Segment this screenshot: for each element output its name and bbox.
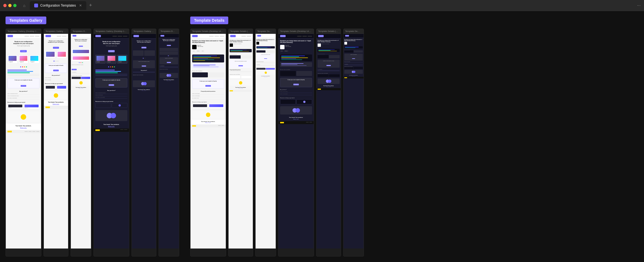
gallery-thumbnail-desktop-light[interactable]: Templates Gallery (Desktop 1440px – Ligh…	[6, 29, 41, 256]
browser-chrome: ⌂ Configuration Templates ✕ + ···	[0, 0, 644, 11]
gallery-thumbnail-small-dark[interactable]: Templates D... Ready-to-use configuratio…	[159, 29, 179, 256]
thumbnail-body: Ready-to-use configurationfiles for your…	[71, 34, 91, 249]
gallery-thumbnails-row: Templates Gallery (Desktop 1440px – Ligh…	[6, 29, 179, 256]
browser-menu-button[interactable]: ···	[637, 3, 641, 8]
fullscreen-button[interactable]	[13, 4, 17, 7]
thumbnail-label: Templates Gallery (Tablet...	[132, 29, 156, 34]
thumbnail-body: Distribute your design tokens and assets…	[256, 34, 276, 249]
thumbnail-body: Distribute your design tokens and assets…	[229, 34, 253, 249]
thumbnail-label: Template Details (Desktop 1440px – Light…	[190, 29, 226, 34]
details-thumbnail-desktop-dark[interactable]: Template Details (Desktop 1440px – Dark)…	[278, 29, 314, 256]
thumbnail-body: Ready-to-use configurationfiles for your…	[94, 34, 129, 249]
thumbnail-label: Template Details (Tablet...	[316, 29, 341, 34]
thumbnail-label: Template Details (Tablet...	[229, 29, 253, 34]
templates-gallery-section: Templates Gallery Templates Gallery (Des…	[6, 17, 179, 256]
thumbnail-label: Templates D...	[159, 29, 179, 34]
thumb-logo	[7, 35, 13, 37]
details-thumbnails-row: Template Details (Desktop 1440px – Light…	[190, 29, 364, 256]
details-thumbnail-tablet-dark[interactable]: Template Details (Tablet... Distribute y…	[316, 29, 341, 256]
thumbnail-label: Template Details (Desktop 1440px – Dark)	[278, 29, 314, 34]
thumbnail-label: Templates Gallery (Desktop 1440px – Ligh…	[6, 29, 41, 34]
minimize-button[interactable]	[8, 4, 12, 7]
details-thumbnail-small-light[interactable]: Template De... Distribute your design to…	[255, 29, 276, 256]
thumbnail-body: Distribute your design tokens and assets…	[190, 34, 226, 249]
thumbnail-label: Template De...	[344, 29, 364, 34]
tab-title: Configuration Templates	[40, 4, 76, 7]
template-details-section: Template Details Template Details (Deskt…	[190, 17, 364, 256]
thumbnail-body: Ready-to-use configurationfiles for your…	[132, 34, 156, 249]
thumbnail-body: Distribute your design tokens and assets…	[344, 34, 364, 249]
thumbnail-body: Ready-to-use configurationtemplates for …	[6, 34, 41, 249]
thumbnail-label: Templates Gallery (Desktop 1440px – Dark…	[94, 29, 129, 34]
details-thumbnail-small-dark[interactable]: Template De... Distribute your design to…	[343, 29, 364, 256]
gallery-thumbnail-tablet-light[interactable]: Templates Gallery (Tablet... Ready-to-us…	[44, 29, 68, 256]
main-content: Templates Gallery Templates Gallery (Des…	[0, 11, 644, 262]
gallery-thumbnail-tablet-dark[interactable]: Templates Gallery (Tablet... Ready-to-us…	[132, 29, 156, 256]
gallery-thumbnail-desktop-dark[interactable]: Templates Gallery (Desktop 1440px – Dark…	[93, 29, 129, 256]
tab-bar: Configuration Templates ✕ +	[30, 1, 635, 10]
thumbnail-label: Templates O...	[71, 29, 91, 34]
thumbnail-body: Ready-to-use configurationtemplates for …	[44, 34, 68, 249]
thumbnail-body: Distribute your design tokens and assets…	[316, 34, 341, 249]
details-thumbnail-desktop-light[interactable]: Template Details (Desktop 1440px – Light…	[190, 29, 226, 256]
traffic-lights	[3, 4, 17, 7]
details-badge: Template Details	[190, 17, 228, 24]
details-thumbnail-tablet-light[interactable]: Template Details (Tablet... Distribute y…	[228, 29, 253, 256]
new-tab-button[interactable]: +	[87, 2, 94, 8]
tab-close-button[interactable]: ✕	[79, 4, 82, 7]
gallery-badge: Templates Gallery	[6, 17, 46, 24]
close-button[interactable]	[3, 4, 7, 7]
tab-favicon	[34, 4, 38, 7]
active-tab[interactable]: Configuration Templates ✕	[30, 1, 86, 10]
gallery-thumbnail-small-light[interactable]: Templates O... Ready-to-use configuratio…	[71, 29, 91, 256]
thumbnail-body: Distribute your design tokens and assets…	[278, 34, 314, 249]
thumbnail-label: Template De...	[256, 29, 276, 34]
thumbnail-body: Ready-to-use configurationfiles for your…	[159, 34, 179, 249]
thumbnail-label: Templates Gallery (Tablet...	[44, 29, 68, 34]
home-button[interactable]: ⌂	[21, 2, 28, 9]
